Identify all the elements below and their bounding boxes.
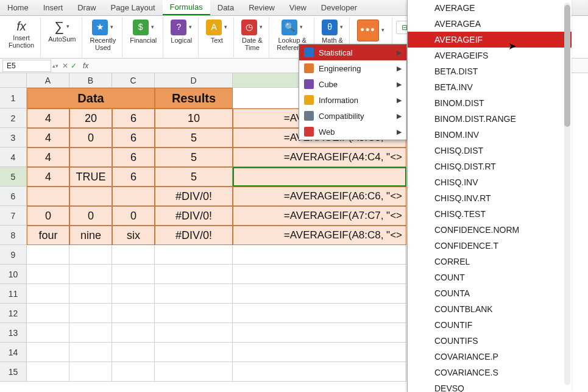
function-item[interactable]: BETA.DIST	[408, 63, 572, 79]
cell[interactable]	[233, 245, 406, 265]
cell[interactable]	[233, 304, 406, 323]
cell[interactable]: =AVERAGEIF(A8:C8, "<>	[233, 226, 406, 245]
financial-button[interactable]: $▾ Financial	[127, 18, 159, 45]
function-item[interactable]: BETA.INV	[408, 79, 572, 95]
cell[interactable]	[27, 343, 69, 362]
tab-review[interactable]: Review	[241, 0, 282, 15]
cell[interactable]: 0	[112, 206, 155, 226]
function-item[interactable]: COVARIANCE.P	[408, 349, 572, 365]
cell[interactable]	[69, 284, 112, 304]
cell[interactable]	[27, 284, 69, 304]
tab-developer[interactable]: Developer	[314, 0, 364, 15]
tab-view[interactable]: View	[282, 0, 314, 15]
function-item[interactable]: CORREL	[408, 254, 572, 269]
cell[interactable]	[155, 284, 233, 304]
cell[interactable]: 0	[69, 128, 112, 148]
tab-data[interactable]: Data	[210, 0, 241, 15]
cell[interactable]: 10	[155, 109, 233, 128]
fx-icon[interactable]: fx	[83, 62, 88, 70]
cell[interactable]: 5	[155, 148, 233, 167]
cell[interactable]	[112, 187, 155, 206]
row-header-4[interactable]: 4	[0, 148, 27, 167]
cell[interactable]: 0	[27, 206, 69, 226]
row-header-10[interactable]: 10	[0, 265, 27, 284]
col-header-a[interactable]: A	[27, 73, 69, 88]
cell[interactable]: =AVERAGEIF(A7:C7, "<>	[233, 206, 406, 226]
autosum-button[interactable]: ∑▾ AutoSum	[46, 18, 78, 44]
row-header-6[interactable]: 6	[0, 187, 27, 206]
row-header-9[interactable]: 9	[0, 245, 27, 265]
logical-button[interactable]: ?▾ Logical	[168, 18, 194, 45]
cell[interactable]	[69, 265, 112, 284]
cell[interactable]: Data	[69, 88, 112, 109]
cell[interactable]	[112, 245, 155, 265]
cell[interactable]: four	[27, 226, 69, 245]
tab-formulas[interactable]: Formulas	[163, 0, 210, 15]
function-item[interactable]: BINOM.DIST.RANGE	[408, 111, 572, 127]
function-item[interactable]: CHISQ.DIST	[408, 143, 572, 159]
cell[interactable]: =AVERAGEIF(A6:C6, "<>	[233, 187, 406, 206]
cell[interactable]: 4	[27, 109, 69, 128]
cell[interactable]	[233, 362, 406, 382]
col-header-b[interactable]: B	[69, 73, 112, 88]
row-header-5[interactable]: 5	[0, 167, 27, 187]
text-button[interactable]: A▾ Text	[204, 18, 230, 45]
cell[interactable]	[69, 148, 112, 167]
category-item-compatibility[interactable]: Compatibility▶	[299, 108, 406, 124]
function-item[interactable]: CHISQ.DIST.RT	[408, 159, 572, 174]
category-item-cube[interactable]: Cube▶	[299, 76, 406, 92]
cell[interactable]	[69, 304, 112, 323]
cell[interactable]: #DIV/0!	[155, 187, 233, 206]
function-item[interactable]: CONFIDENCE.T	[408, 238, 572, 254]
cell[interactable]: #DIV/0!	[155, 226, 233, 245]
cell[interactable]	[27, 323, 69, 343]
cell[interactable]	[233, 343, 406, 362]
cell[interactable]	[69, 323, 112, 343]
cell[interactable]	[27, 265, 69, 284]
cell[interactable]	[69, 245, 112, 265]
cancel-icon[interactable]: ✕	[62, 62, 68, 70]
active-cell[interactable]	[233, 167, 406, 187]
select-all-corner[interactable]	[0, 73, 27, 88]
function-item[interactable]: CHISQ.TEST	[408, 206, 572, 222]
cell[interactable]	[112, 88, 155, 109]
function-item[interactable]: DEVSQ	[408, 380, 572, 392]
cell[interactable]: 6	[112, 148, 155, 167]
function-item[interactable]: BINOM.INV	[408, 127, 572, 143]
cell[interactable]	[27, 88, 69, 109]
category-item-statistical[interactable]: Statistical▶	[299, 45, 406, 60]
function-item[interactable]: COUNTIF	[408, 317, 572, 333]
tab-page-layout[interactable]: Page Layout	[104, 0, 163, 15]
row-header-12[interactable]: 12	[0, 304, 27, 323]
category-item-web[interactable]: Web▶	[299, 124, 406, 140]
tab-home[interactable]: Home	[0, 0, 36, 15]
function-item[interactable]: AVERAGE	[408, 0, 572, 16]
cell[interactable]: =AVERAGEIF(A4:C4, "<>	[233, 148, 406, 167]
cell[interactable]: TRUE	[69, 167, 112, 187]
cell[interactable]: 5	[155, 167, 233, 187]
function-item[interactable]: CHISQ.INV.RT	[408, 190, 572, 206]
cell[interactable]	[155, 362, 233, 382]
function-item[interactable]: CHISQ.INV	[408, 174, 572, 190]
tab-draw[interactable]: Draw	[70, 0, 103, 15]
cell[interactable]: nine	[69, 226, 112, 245]
cell[interactable]	[69, 187, 112, 206]
row-header-2[interactable]: 2	[0, 109, 27, 128]
row-header-8[interactable]: 8	[0, 226, 27, 245]
function-item[interactable]: AVERAGEA	[408, 16, 572, 32]
cell[interactable]: 6	[112, 128, 155, 148]
function-item[interactable]: AVERAGEIF	[408, 32, 572, 48]
cell[interactable]	[27, 245, 69, 265]
row-header-1[interactable]: 1	[0, 88, 27, 109]
enter-icon[interactable]: ✓	[71, 62, 77, 70]
category-item-information[interactable]: Information▶	[299, 92, 406, 108]
cell[interactable]: 5	[155, 128, 233, 148]
col-header-c[interactable]: C	[112, 73, 155, 88]
row-header-3[interactable]: 3	[0, 128, 27, 148]
cell[interactable]	[155, 323, 233, 343]
cell[interactable]: 6	[112, 109, 155, 128]
function-item[interactable]: COUNTA	[408, 285, 572, 301]
function-item[interactable]: COUNT	[408, 269, 572, 285]
cell[interactable]	[69, 362, 112, 382]
cell[interactable]: 4	[27, 148, 69, 167]
